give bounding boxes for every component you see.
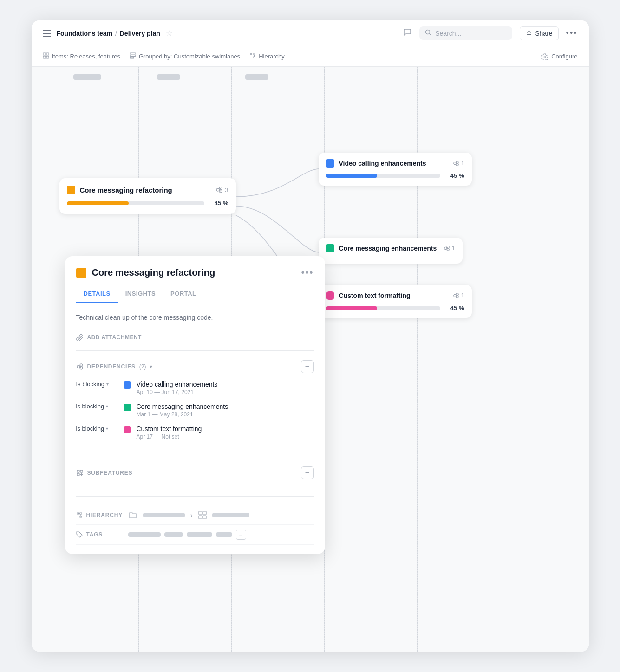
main-card-color xyxy=(67,186,75,194)
svg-rect-33 xyxy=(203,516,206,519)
dep-chevron-video: ▾ xyxy=(106,381,109,387)
tag-4 xyxy=(216,532,232,537)
svg-rect-6 xyxy=(130,55,136,57)
dep-relation-video[interactable]: Is blocking ▾ xyxy=(76,381,118,388)
add-tag-button[interactable]: + xyxy=(236,530,246,540)
hierarchy-row: HIERARCHY › xyxy=(76,506,314,525)
main-progress-fill xyxy=(67,201,129,205)
dep-info-custom: Custom text formatting Apr 17 — Not set xyxy=(137,425,314,440)
menu-icon[interactable] xyxy=(43,30,51,37)
tag-1 xyxy=(128,532,161,537)
tab-details[interactable]: DETAILS xyxy=(76,285,118,303)
add-dependency-button[interactable]: + xyxy=(301,360,314,373)
tags-text: TAGS xyxy=(86,531,103,538)
dependencies-header: DEPENDENCIES (2) ▾ + xyxy=(76,360,314,373)
add-attachment-button[interactable]: ADD ATTACHMENT xyxy=(76,334,314,351)
detail-panel: Core messaging refactoring ••• DETAILS I… xyxy=(65,256,325,554)
tab-portal[interactable]: PORTAL xyxy=(163,285,203,303)
add-subfeature-button[interactable]: + xyxy=(301,466,314,479)
svg-point-15 xyxy=(454,162,456,164)
detail-panel-color xyxy=(76,268,86,278)
dep-relation-label-video: Is blocking xyxy=(76,381,104,388)
hierarchy-text: HIERARCHY xyxy=(86,512,123,518)
configure-button[interactable]: Configure xyxy=(541,53,577,60)
toolbar-left: Items: Releases, features Grouped by: Cu… xyxy=(43,52,285,60)
subfeatures-section: SUBFEATURES + xyxy=(76,466,314,497)
dep-color-video xyxy=(124,381,131,389)
svg-rect-4 xyxy=(46,56,49,58)
breadcrumb-team[interactable]: Foundations team xyxy=(57,30,113,37)
breadcrumb-plan[interactable]: Delivery plan xyxy=(120,30,160,37)
dep-relation-custom[interactable]: is blocking ▾ xyxy=(76,425,118,432)
more-icon[interactable]: ••• xyxy=(566,28,578,38)
detail-title: Core messaging refactoring xyxy=(92,267,296,278)
dep-color-custom xyxy=(124,426,131,433)
tab-insights[interactable]: INSIGHTS xyxy=(118,285,163,303)
detail-body: Technical clean up of the core messaging… xyxy=(65,303,325,554)
hierarchy-folder-icon xyxy=(128,510,137,520)
svg-rect-32 xyxy=(199,516,202,519)
toolbar-hierarchy[interactable]: Hierarchy xyxy=(249,52,285,60)
dep-item-custom: is blocking ▾ Custom text formatting Apr… xyxy=(76,425,314,440)
video-progress-label: 45 % xyxy=(446,172,464,179)
svg-rect-7 xyxy=(130,57,134,58)
dependencies-chevron[interactable]: ▾ xyxy=(150,363,152,370)
grid-label-3 xyxy=(245,74,268,80)
configure-label: Configure xyxy=(551,53,577,60)
hierarchy-icon xyxy=(249,52,256,60)
core-messaging-card[interactable]: Core messaging enhancements 1 xyxy=(319,238,463,264)
tag-3 xyxy=(187,532,212,537)
toolbar-grouped[interactable]: Grouped by: Customizable swimlanes xyxy=(130,52,240,60)
grid-label-2 xyxy=(157,74,180,80)
custom-text-card-title: Custom text formatting xyxy=(339,292,448,299)
dependencies-title: DEPENDENCIES xyxy=(87,363,136,370)
custom-text-progress-fill xyxy=(326,306,378,310)
items-icon xyxy=(43,52,49,60)
dep-name-custom: Custom text formatting xyxy=(137,425,314,433)
custom-text-card-deps: 1 xyxy=(453,292,464,299)
main-card-progress: 45 % xyxy=(67,200,228,207)
share-button[interactable]: Share xyxy=(520,26,558,40)
main-canvas-card[interactable]: Core messaging refactoring 3 45 % xyxy=(59,178,236,214)
subfeatures-header: SUBFEATURES + xyxy=(76,466,314,479)
dep-relation-label-core: is blocking xyxy=(76,403,104,410)
tag-2 xyxy=(164,532,183,537)
custom-text-card-progress: 45 % xyxy=(326,304,464,311)
search-bar[interactable]: Search... xyxy=(419,26,512,40)
toolbar-items-label: Items: Releases, features xyxy=(52,53,120,60)
dep-info-video: Video calling enhancements Apr 10 — Jun … xyxy=(137,381,314,395)
core-messaging-card-color xyxy=(326,244,334,252)
detail-tabs: DETAILS INSIGHTS PORTAL xyxy=(65,285,325,303)
dep-relation-label-custom: is blocking xyxy=(76,425,104,432)
detail-more-button[interactable]: ••• xyxy=(301,267,313,278)
video-card-deps: 1 xyxy=(453,160,464,167)
svg-point-9 xyxy=(216,188,219,191)
video-progress-bg xyxy=(326,174,440,178)
svg-rect-29 xyxy=(77,473,79,476)
svg-point-24 xyxy=(77,365,80,368)
star-icon[interactable]: ☆ xyxy=(166,29,172,38)
subfeatures-title-row: SUBFEATURES xyxy=(76,469,133,477)
svg-rect-5 xyxy=(130,53,136,54)
dep-relation-core[interactable]: is blocking ▾ xyxy=(76,403,118,410)
custom-text-card[interactable]: Custom text formatting 1 45 % xyxy=(319,285,472,318)
top-bar: Foundations team / Delivery plan ☆ Se xyxy=(32,20,589,46)
video-card-title: Video calling enhancements xyxy=(339,160,448,167)
video-card-color xyxy=(326,159,334,168)
dep-chevron-core: ▾ xyxy=(106,404,108,409)
svg-rect-30 xyxy=(199,511,202,515)
add-attachment-label: ADD ATTACHMENT xyxy=(87,334,142,341)
tags-list: + xyxy=(128,530,246,540)
custom-text-card-deps-count: 1 xyxy=(461,292,464,299)
toolbar-items[interactable]: Items: Releases, features xyxy=(43,52,120,60)
svg-point-18 xyxy=(444,247,447,249)
comment-icon[interactable] xyxy=(403,27,412,39)
hierarchy-label: HIERARCHY xyxy=(76,512,123,518)
video-card[interactable]: Video calling enhancements 1 45 % xyxy=(319,153,472,186)
dep-dates-custom: Apr 17 — Not set xyxy=(137,433,314,440)
custom-text-card-color xyxy=(326,291,334,300)
grouped-icon xyxy=(130,52,136,60)
main-card-deps: 3 xyxy=(215,186,228,194)
core-messaging-card-title: Core messaging enhancements xyxy=(339,245,439,252)
dep-chevron-custom: ▾ xyxy=(106,426,108,431)
